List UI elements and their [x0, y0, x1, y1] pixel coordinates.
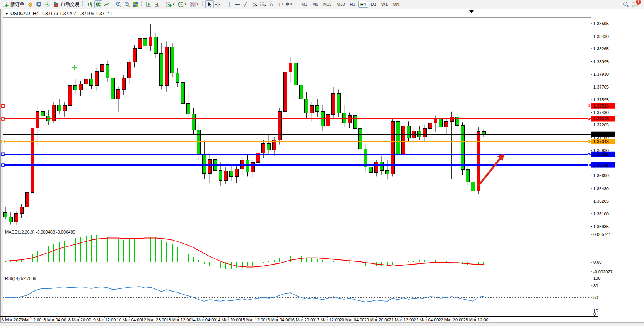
clock-icon	[178, 2, 184, 7]
zoom-in-button[interactable]	[114, 0, 123, 8]
price-tick-label: 1.36430	[593, 186, 609, 191]
pivot-line-anchor[interactable]	[2, 140, 4, 143]
support-line-1-axis-anchor	[588, 153, 590, 155]
candlestick-chart-button[interactable]	[94, 0, 102, 8]
tab-timeframe-m15[interactable]: M15	[321, 1, 334, 8]
candle	[466, 170, 470, 182]
autotrading-label[interactable]: 自动交易	[61, 1, 79, 8]
candle	[122, 78, 125, 90]
chart-shift-marker[interactable]	[469, 10, 474, 13]
price-tick-label: 1.36600	[593, 173, 609, 178]
crosshair-button[interactable]	[214, 0, 222, 8]
data-window-button[interactable]	[35, 0, 43, 8]
chart-canvas[interactable]: 1.385951.384301.382651.380951.379301.377…	[0, 9, 644, 326]
price-tick-label: 1.37595	[593, 97, 609, 102]
price-tick-label: 1.37430	[593, 110, 609, 115]
fibonacci-button[interactable]: F	[259, 0, 267, 8]
signals-button[interactable]	[43, 0, 51, 8]
resistance-line-2-anchor[interactable]	[2, 118, 4, 120]
tab-timeframe-h1[interactable]: H1	[348, 1, 358, 8]
toolbar-grip	[82, 1, 84, 7]
dropdown-caret: ▼	[196, 3, 199, 6]
tab-timeframe-m5[interactable]: M5	[310, 1, 320, 8]
chart-menu-icon[interactable]: ▼	[5, 12, 9, 16]
cursor-button[interactable]	[205, 0, 214, 8]
macd-signal-line	[5, 238, 484, 267]
candle	[149, 37, 152, 46]
support-line-2-anchor[interactable]	[2, 164, 4, 166]
new-chart-menu-button[interactable]: ▼	[165, 0, 176, 8]
tab-timeframe-m30[interactable]: M30	[334, 1, 347, 8]
candle	[299, 85, 303, 99]
shapes-menu-button[interactable]: ❖▼	[284, 0, 294, 8]
chart-window: 1.385951.384301.382651.380951.379301.377…	[0, 9, 644, 326]
line-chart-button[interactable]	[103, 0, 111, 8]
resistance-line-1-anchor[interactable]	[2, 104, 4, 107]
price-tick-label: 1.37265	[593, 123, 609, 127]
price-tick-label: 1.38595	[593, 21, 609, 26]
candle	[111, 78, 115, 99]
chart-title: ▼USDCAD-,H4 1.37179 1.37207 1.37106 1.37…	[5, 11, 112, 16]
auto-scroll-button[interactable]	[145, 0, 153, 8]
notification-badge: 1	[635, 0, 641, 5]
candle	[337, 93, 340, 113]
candle	[423, 128, 427, 137]
equidistant-channel-button[interactable]: E	[250, 0, 258, 8]
price-tick-label: 1.37765	[593, 85, 609, 89]
text-label-icon: T	[277, 2, 283, 7]
tile-windows-button[interactable]	[132, 0, 140, 8]
candle	[36, 112, 39, 128]
tab-timeframe-d1[interactable]: D1	[369, 1, 379, 8]
trendline-button[interactable]: ╱	[242, 0, 249, 8]
chat-button[interactable]: 1	[630, 0, 639, 8]
signals-icon	[44, 2, 50, 7]
candle	[380, 162, 384, 171]
candle	[375, 162, 378, 173]
toolbar-grip	[296, 1, 297, 7]
candle	[391, 121, 394, 174]
time-axis-label: 15 Mar 12:00	[241, 317, 266, 322]
market-watch-button[interactable]	[26, 0, 34, 8]
tab-timeframe-h4[interactable]: H4	[358, 1, 368, 8]
bar-chart-icon	[87, 2, 93, 7]
tab-timeframe-m1[interactable]: M1	[299, 1, 309, 8]
svg-text:F: F	[264, 3, 266, 7]
candle	[326, 115, 330, 126]
line-chart-icon	[104, 2, 110, 7]
time-axis-label: 17 Mar 12:00	[315, 317, 340, 322]
chart-shift-icon	[154, 2, 160, 7]
candle	[138, 38, 142, 48]
text-label-button[interactable]: T	[276, 0, 284, 8]
candle	[262, 144, 265, 153]
search-button[interactable]	[622, 0, 630, 8]
vertical-line-icon: |	[229, 2, 230, 7]
tab-timeframe-mn[interactable]: MN	[390, 1, 401, 8]
timeframe-menu-button[interactable]: ▼	[177, 0, 188, 8]
zoom-out-button[interactable]	[123, 0, 131, 8]
time-axis-label: 20 Mar 04:00	[340, 317, 365, 322]
time-axis-label: 14 Mar 04:00	[191, 317, 216, 322]
tab-timeframe-w1[interactable]: W1	[379, 1, 390, 8]
candle	[106, 64, 109, 78]
candle	[407, 126, 410, 138]
autotrading-button[interactable]	[52, 0, 60, 8]
time-axis-label: 14 Mar 20:00	[216, 317, 241, 322]
candle	[289, 63, 292, 72]
new-order-button[interactable]	[2, 0, 10, 8]
support-line-1-anchor[interactable]	[2, 153, 4, 155]
candle	[127, 62, 131, 78]
candle	[310, 106, 314, 113]
text-button[interactable]: A	[268, 0, 275, 8]
indicators-menu-button[interactable]: ▼	[189, 0, 200, 8]
trend-arrow[interactable]	[478, 159, 500, 186]
candle	[401, 126, 405, 154]
candle	[439, 119, 442, 127]
new-order-label[interactable]: 新订单	[10, 1, 24, 8]
horizontal-line-button[interactable]: —	[234, 0, 241, 8]
chart-shift-button[interactable]	[153, 0, 161, 8]
svg-text:E: E	[255, 3, 257, 7]
price-tick-label: 1.37930	[593, 72, 609, 77]
candle	[4, 212, 7, 217]
bar-chart-button[interactable]	[86, 0, 94, 8]
vertical-line-button[interactable]: |	[225, 0, 233, 8]
